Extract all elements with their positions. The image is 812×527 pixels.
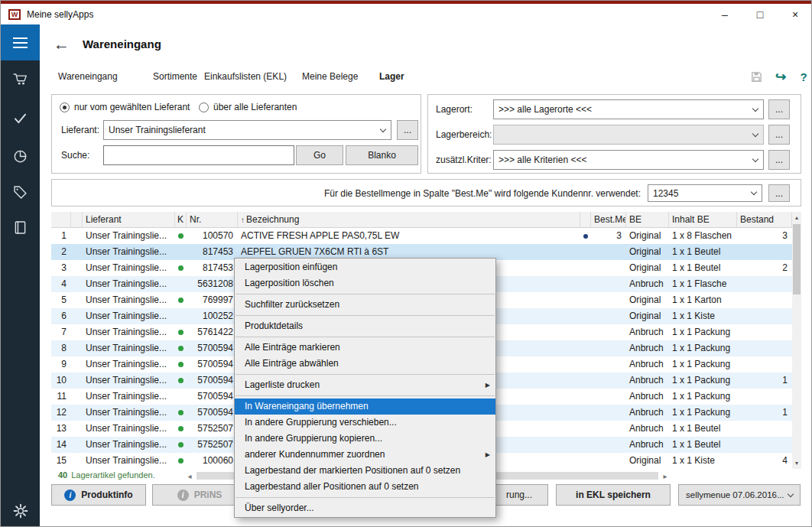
menu-item-alle-eintr-ge-abw-hlen[interactable]: Alle Einträge abwählen — [235, 356, 495, 372]
close-button[interactable]: × — [778, 4, 812, 24]
col-be[interactable]: BE — [626, 212, 669, 227]
col-bestand-label: Bestand — [740, 214, 774, 225]
cell-bestand: 2 — [737, 260, 792, 276]
cell-nr: 5631208 — [187, 276, 238, 292]
prins-button[interactable]: i PRiNS — [152, 484, 247, 506]
cell-nr: 817453 — [187, 260, 238, 276]
col-inhalt-label: Inhalt BE — [672, 214, 710, 225]
ekl-speichern-button-label: in EKL speichern — [576, 490, 651, 500]
menu-separator — [235, 291, 495, 297]
result-count-number: 40 — [58, 470, 67, 480]
order-qty-text: Für die Bestellmenge in Spalte "Best.Me"… — [324, 188, 641, 199]
ekl-speichern-button[interactable]: in EKL speichern — [556, 484, 671, 506]
scroll-up-button[interactable]: ▴ — [792, 212, 801, 223]
cell-lieferant: Unser Trainingslie... — [83, 437, 175, 453]
cell-nr: 5700594 — [187, 389, 238, 405]
cell-bestme — [591, 453, 626, 469]
row-select-cell — [71, 405, 83, 421]
kriterien-combo[interactable]: >>> alle Kriterien <<< — [493, 150, 764, 170]
sidebar-item-cart[interactable] — [1, 63, 40, 94]
lagerort-combo-value: >>> alle Lagerorte <<< — [494, 104, 748, 115]
sidebar-item-check[interactable] — [1, 102, 40, 133]
pie-chart-icon — [12, 148, 28, 164]
menu-item-lagerposition-l-schen[interactable]: Lagerposition löschen — [235, 275, 495, 291]
menu-item-ber-sellyorder[interactable]: Über sellyorder... — [235, 500, 495, 516]
col-order-dot[interactable] — [580, 212, 591, 227]
col-bestand[interactable]: Bestand — [737, 212, 792, 227]
go-button[interactable]: Go — [296, 145, 343, 165]
cell-bestand — [737, 324, 792, 340]
minimize-button[interactable]: – — [707, 4, 742, 24]
tab-lager[interactable]: Lager — [379, 65, 404, 88]
lagerort-combo[interactable]: >>> alle Lagerorte <<< — [493, 99, 764, 119]
cell-inhalt: 1 x 1 Beutel — [669, 244, 737, 260]
col-bestme[interactable]: Best.Me — [591, 212, 626, 227]
gear-icon — [12, 503, 29, 519]
cell-be: Original — [626, 244, 669, 260]
vertical-scroll-thumb[interactable] — [793, 224, 801, 294]
produktinfo-button[interactable]: i Produktinfo — [51, 484, 146, 506]
menu-item-lagerposition-einf-gen[interactable]: Lagerposition einfügen — [235, 259, 495, 275]
col-k[interactable]: K — [175, 212, 187, 227]
menu-item-lagerbestand-aller-positionen-auf-0-setzen[interactable]: Lagerbestand aller Positionen auf 0 setz… — [235, 479, 495, 495]
lieferant-more-button[interactable]: ... — [397, 120, 418, 140]
forward-button[interactable]: ↪ — [771, 65, 790, 88]
tab-einkaufslisten[interactable]: Einkaufslisten (EKL) — [204, 65, 287, 88]
gruppierung-button-partial[interactable]: rung... — [490, 484, 548, 506]
menu-item-in-andere-gruppierung-verschieben[interactable]: In andere Gruppierung verschieben... — [235, 415, 495, 431]
lieferant-combo[interactable]: Unser Trainingslieferant — [103, 120, 391, 140]
radio-all-suppliers[interactable]: über alle Lieferanten — [199, 101, 297, 113]
radio-selected-supplier[interactable]: nur vom gewählten Lieferant — [60, 101, 190, 113]
cell-bestand: 4 — [737, 453, 792, 469]
col-lieferant[interactable]: Lieferant — [83, 212, 175, 227]
back-button[interactable]: ← — [54, 36, 70, 52]
cell-marker — [175, 372, 187, 389]
cell-marker — [175, 228, 187, 244]
menu-toggle[interactable] — [1, 24, 40, 60]
kundennr-more-button[interactable]: ... — [768, 184, 790, 202]
menu-item-alle-eintr-ge-markieren[interactable]: Alle Einträge markieren — [235, 340, 495, 356]
scroll-left-button[interactable]: ◂ — [184, 470, 195, 481]
col-nr[interactable]: Nr. — [187, 212, 238, 227]
sidebar-item-pie-chart[interactable] — [1, 141, 40, 171]
blanko-button[interactable]: Blanko — [346, 145, 418, 165]
menu-item-lagerliste-drucken[interactable]: Lagerliste drucken▶ — [235, 377, 495, 393]
menu-item-suchfilter-zur-cksetzen[interactable]: Suchfilter zurücksetzen — [235, 297, 495, 313]
suche-input[interactable] — [103, 145, 294, 165]
sidebar-item-settings[interactable] — [1, 496, 40, 526]
scroll-down-button[interactable]: ▾ — [792, 457, 801, 469]
col-rownum[interactable] — [51, 212, 71, 227]
table-row-1[interactable]: 1Unser Trainingslie...100570ACTIVE FRESH… — [51, 228, 792, 244]
help-button[interactable]: ? — [794, 65, 812, 88]
menu-item-in-wareneingang-bernehmen[interactable]: In Wareneingang übernehmen — [235, 399, 495, 415]
lagerort-more-button[interactable]: ... — [768, 99, 790, 119]
sidebar-item-journal[interactable] — [1, 212, 40, 242]
vertical-scrollbar[interactable]: ▴ ▾ — [792, 212, 801, 469]
tab-wareneingang[interactable]: Wareneingang — [58, 65, 118, 88]
sidebar-item-tag[interactable] — [1, 177, 40, 207]
cell-inhalt: 1 x 1 Beutel — [669, 421, 737, 437]
cell-marker — [175, 244, 187, 260]
menu-item-in-andere-gruppierung-kopieren[interactable]: In andere Gruppierung kopieren... — [235, 431, 495, 447]
sellymenue-dropdown-button[interactable]: sellymenue 07.06.2016... — [678, 484, 801, 506]
menu-item-anderer-kundennummer-zuordnen[interactable]: anderer Kundennummer zuordnen▶ — [235, 447, 495, 463]
col-k-label: K — [177, 214, 184, 225]
col-bezeichnung[interactable]: ↑Bezeichnung — [238, 212, 580, 227]
maximize-button[interactable]: □ — [742, 4, 778, 24]
tab-meine-belege[interactable]: Meine Belege — [302, 65, 358, 88]
save-icon — [750, 70, 763, 83]
menu-item-produktdetails[interactable]: Produktdetails — [235, 318, 495, 334]
cell-lieferant: Unser Trainingslie... — [83, 292, 175, 308]
kundennr-combo[interactable]: 12345 — [648, 184, 762, 202]
col-select[interactable] — [71, 212, 83, 227]
row-select-cell — [71, 324, 83, 340]
kriterien-more-button[interactable]: ... — [768, 150, 790, 170]
save-button[interactable] — [747, 65, 765, 88]
col-inhalt[interactable]: Inhalt BE — [669, 212, 737, 227]
lagerbereich-more-button[interactable]: ... — [768, 125, 790, 145]
tab-sortimente[interactable]: Sortimente — [153, 65, 197, 88]
menu-item-label: In andere Gruppierung kopieren... — [245, 433, 382, 444]
scroll-right-button[interactable]: ▸ — [660, 470, 671, 481]
menu-item-lagerbestand-der-markierten-positionen-auf-0-setzen[interactable]: Lagerbestand der markierten Positionen a… — [235, 463, 495, 479]
cell-nr: 5752507 — [187, 437, 238, 453]
